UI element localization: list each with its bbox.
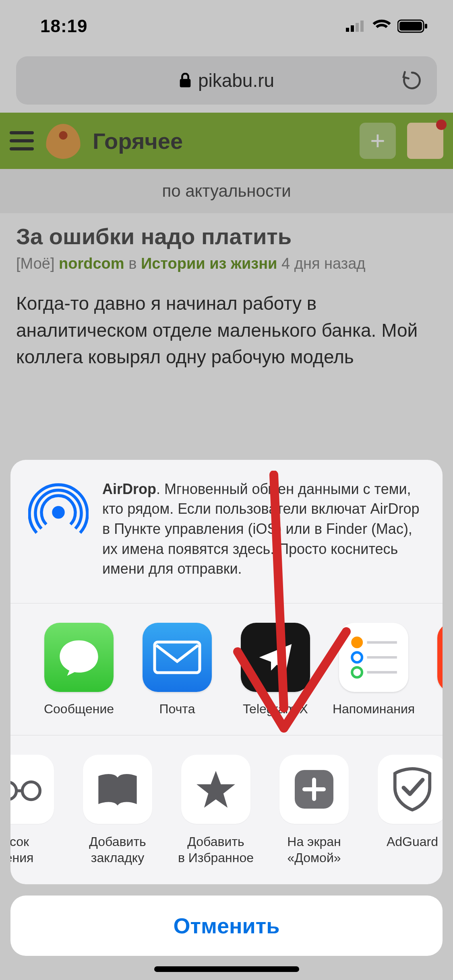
reminders-icon — [339, 623, 408, 692]
yandex-icon — [437, 623, 443, 692]
airdrop-icon — [28, 479, 89, 539]
action-add-home-screen[interactable]: На экран«Домой» — [265, 755, 363, 866]
share-actions-row[interactable]: сокения Добавитьзакладку Добавитьв Избра… — [10, 735, 443, 884]
action-add-favorite[interactable]: Добавитьв Избранное — [167, 755, 265, 866]
share-app-more[interactable]: Ян — [423, 623, 443, 716]
action-reading-list[interactable]: сокения — [10, 755, 68, 866]
svg-point-17 — [22, 782, 40, 800]
cancel-button[interactable]: Отменить — [10, 896, 443, 956]
svg-point-16 — [10, 782, 17, 800]
share-app-telegram-x[interactable]: Telegram X — [226, 623, 325, 716]
airdrop-section[interactable]: AirDrop. Мгновенный обмен данными с теми… — [10, 460, 443, 603]
svg-point-8 — [54, 507, 63, 517]
plus-square-icon — [279, 755, 349, 824]
book-icon — [83, 755, 152, 824]
svg-point-10 — [352, 637, 362, 647]
telegram-x-icon — [241, 623, 310, 692]
mail-icon — [143, 623, 212, 692]
svg-point-11 — [352, 653, 362, 663]
share-apps-row[interactable]: Сообщение Почта Telegram X — [10, 603, 443, 735]
messages-icon — [44, 623, 114, 692]
share-app-messages[interactable]: Сообщение — [30, 623, 128, 716]
share-app-reminders[interactable]: Напоминания — [325, 623, 423, 716]
svg-point-12 — [352, 667, 362, 677]
share-sheet: AirDrop. Мгновенный обмен данными с теми… — [10, 460, 443, 956]
action-adguard[interactable]: AdGuard — [363, 755, 443, 866]
share-app-mail[interactable]: Почта — [128, 623, 226, 716]
action-add-bookmark[interactable]: Добавитьзакладку — [68, 755, 167, 866]
shield-check-icon — [378, 755, 443, 824]
svg-rect-9 — [155, 642, 200, 673]
glasses-icon — [10, 755, 54, 824]
home-indicator[interactable] — [154, 966, 299, 972]
airdrop-text: AirDrop. Мгновенный обмен данными с теми… — [102, 479, 425, 579]
star-icon — [181, 755, 250, 824]
